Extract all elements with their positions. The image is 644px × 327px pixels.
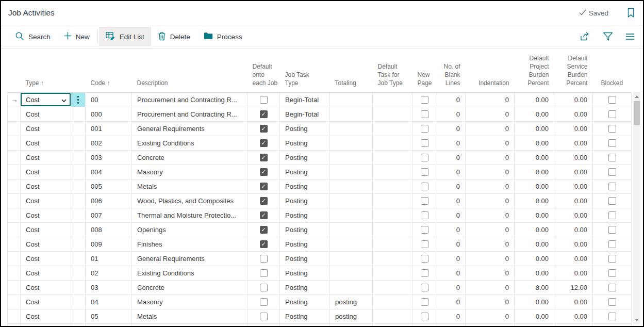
cell-default_task_for_job_type[interactable] bbox=[373, 266, 412, 280]
cell-default_service_burden_percent[interactable]: 0.00 bbox=[554, 295, 593, 309]
cell-no_of_blank_lines[interactable]: 0 bbox=[437, 179, 466, 193]
cell-code[interactable]: 008 bbox=[86, 222, 132, 237]
column-header-job_task_type[interactable]: Job Task Type bbox=[280, 48, 330, 92]
cell-new_page[interactable] bbox=[412, 309, 437, 323]
checkbox-default_onto_each_job-unchecked[interactable] bbox=[260, 269, 268, 277]
column-header-no_of_blank_lines[interactable]: No. of Blank Lines bbox=[437, 48, 466, 92]
column-header-default_service_burden_percent[interactable]: Default Service Burden Percent bbox=[554, 48, 593, 92]
cell-blocked[interactable] bbox=[593, 237, 632, 251]
checkbox-blocked-unchecked[interactable] bbox=[608, 125, 616, 133]
cell-new_page[interactable] bbox=[412, 107, 437, 121]
cell-default_project_burden_percent[interactable]: 0.00 bbox=[515, 107, 554, 121]
cell-default_task_for_job_type[interactable] bbox=[373, 121, 412, 136]
cell-default_task_for_job_type[interactable] bbox=[373, 295, 412, 309]
cell-job_task_type[interactable]: Posting bbox=[280, 309, 330, 323]
cell-no_of_blank_lines[interactable]: 0 bbox=[437, 222, 466, 237]
cell-job_task_type[interactable]: Posting bbox=[280, 208, 330, 222]
cell-code[interactable]: 05 bbox=[86, 309, 132, 323]
cell-default_service_burden_percent[interactable]: 0.00 bbox=[554, 136, 593, 150]
cell-description[interactable]: Existing Conditions bbox=[132, 266, 247, 280]
cell-indentation[interactable]: 0 bbox=[466, 193, 515, 208]
column-header-default_project_burden_percent[interactable]: Default Project Burden Percent bbox=[515, 48, 554, 92]
cell-default_task_for_job_type[interactable] bbox=[373, 309, 412, 323]
cell-default_service_burden_percent[interactable]: 0.00 bbox=[554, 222, 593, 237]
cell-blocked[interactable] bbox=[593, 251, 632, 266]
cell-default_service_burden_percent[interactable]: 0.00 bbox=[554, 165, 593, 179]
scrollbar-thumb[interactable] bbox=[634, 101, 640, 125]
edit-list-button[interactable]: Edit List bbox=[99, 27, 151, 46]
checkbox-default_onto_each_job-checked[interactable]: ✓ bbox=[260, 211, 268, 219]
checkbox-new_page-unchecked[interactable] bbox=[421, 240, 428, 248]
cell-default_onto_each_job[interactable]: ✓ bbox=[247, 136, 280, 150]
cell-code[interactable]: 005 bbox=[86, 179, 132, 193]
cell-job_task_type[interactable]: Posting bbox=[280, 266, 330, 280]
cell-description[interactable]: General Requirements bbox=[132, 251, 247, 266]
cell-default_onto_each_job[interactable] bbox=[247, 280, 280, 295]
cell-blocked[interactable] bbox=[593, 309, 632, 323]
cell-indentation[interactable]: 0 bbox=[466, 295, 515, 309]
cell-type[interactable]: Cost bbox=[21, 251, 71, 266]
checkbox-blocked-unchecked[interactable] bbox=[608, 168, 616, 176]
cell-blocked[interactable] bbox=[593, 165, 632, 179]
delete-button[interactable]: Delete bbox=[151, 27, 197, 46]
cell-default_project_burden_percent[interactable]: 0.00 bbox=[515, 92, 554, 107]
cell-no_of_blank_lines[interactable]: 0 bbox=[437, 237, 466, 251]
checkbox-new_page-unchecked[interactable] bbox=[421, 269, 428, 277]
cell-code[interactable]: 004 bbox=[86, 165, 132, 179]
cell-new_page[interactable] bbox=[412, 136, 437, 150]
cell-new_page[interactable] bbox=[412, 222, 437, 237]
cell-no_of_blank_lines[interactable]: 0 bbox=[437, 92, 466, 107]
cell-default_project_burden_percent[interactable]: 0.00 bbox=[515, 179, 554, 193]
cell-description[interactable]: Metals bbox=[132, 309, 247, 323]
cell-code[interactable]: 000 bbox=[86, 107, 132, 121]
cell-default_service_burden_percent[interactable]: 0.00 bbox=[554, 208, 593, 222]
cell-code[interactable]: 02 bbox=[86, 266, 132, 280]
cell-description[interactable]: Procurement and Contracting R... bbox=[132, 107, 247, 121]
cell-code[interactable]: 04 bbox=[86, 295, 132, 309]
cell-no_of_blank_lines[interactable]: 0 bbox=[437, 193, 466, 208]
cell-job_task_type[interactable]: Begin-Total bbox=[280, 92, 330, 107]
cell-no_of_blank_lines[interactable]: 0 bbox=[437, 107, 466, 121]
cell-totaling[interactable] bbox=[330, 266, 373, 280]
checkbox-new_page-unchecked[interactable] bbox=[421, 226, 428, 234]
cell-type[interactable]: Cost bbox=[21, 179, 71, 193]
checkbox-default_onto_each_job-checked[interactable]: ✓ bbox=[260, 197, 268, 205]
cell-default_service_burden_percent[interactable]: 0.00 bbox=[554, 266, 593, 280]
cell-default_onto_each_job[interactable]: ✓ bbox=[247, 237, 280, 251]
checkbox-blocked-unchecked[interactable] bbox=[608, 269, 616, 277]
cell-no_of_blank_lines[interactable]: 0 bbox=[437, 208, 466, 222]
cell-description[interactable]: Wood, Plastics, and Composites bbox=[132, 193, 247, 208]
cell-blocked[interactable] bbox=[593, 136, 632, 150]
cell-blocked[interactable] bbox=[593, 193, 632, 208]
cell-code[interactable]: 003 bbox=[86, 150, 132, 165]
checkbox-default_onto_each_job-checked[interactable]: ✓ bbox=[260, 125, 268, 133]
cell-blocked[interactable] bbox=[593, 121, 632, 136]
cell-new_page[interactable] bbox=[412, 266, 437, 280]
checkbox-blocked-unchecked[interactable] bbox=[608, 284, 616, 291]
cell-new_page[interactable] bbox=[412, 193, 437, 208]
cell-job_task_type[interactable]: Posting bbox=[280, 251, 330, 266]
cell-totaling[interactable] bbox=[330, 208, 373, 222]
cell-description[interactable]: Metals bbox=[132, 179, 247, 193]
cell-blocked[interactable] bbox=[593, 222, 632, 237]
checkbox-new_page-unchecked[interactable] bbox=[421, 139, 428, 147]
checkbox-blocked-unchecked[interactable] bbox=[608, 255, 616, 263]
checkbox-new_page-unchecked[interactable] bbox=[421, 183, 428, 190]
cell-default_task_for_job_type[interactable] bbox=[373, 165, 412, 179]
cell-default_task_for_job_type[interactable] bbox=[373, 150, 412, 165]
cell-code[interactable]: 006 bbox=[86, 193, 132, 208]
checkbox-blocked-unchecked[interactable] bbox=[608, 240, 616, 248]
checkbox-blocked-unchecked[interactable] bbox=[608, 139, 616, 147]
cell-default_onto_each_job[interactable]: ✓ bbox=[247, 107, 280, 121]
checkbox-blocked-unchecked[interactable] bbox=[608, 298, 616, 306]
cell-description[interactable]: Thermal and Moisture Protectio... bbox=[132, 208, 247, 222]
checkbox-default_onto_each_job-unchecked[interactable] bbox=[260, 298, 268, 306]
checkbox-blocked-unchecked[interactable] bbox=[608, 226, 616, 234]
cell-type[interactable]: Cost bbox=[21, 165, 71, 179]
checkbox-new_page-unchecked[interactable] bbox=[421, 125, 428, 133]
cell-type[interactable]: Cost bbox=[21, 121, 71, 136]
checkbox-new_page-unchecked[interactable] bbox=[421, 255, 428, 263]
cell-default_onto_each_job[interactable] bbox=[247, 92, 280, 107]
cell-default_service_burden_percent[interactable]: 0.00 bbox=[554, 193, 593, 208]
cell-indentation[interactable]: 0 bbox=[466, 136, 515, 150]
